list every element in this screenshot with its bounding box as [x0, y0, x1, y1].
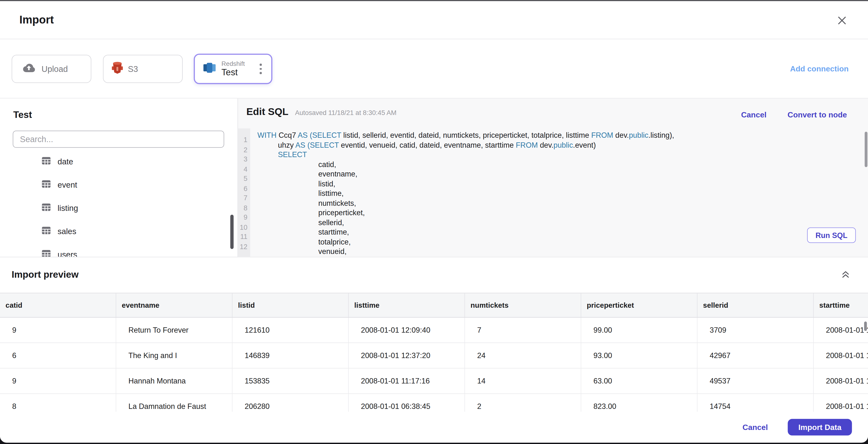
close-button[interactable]: [837, 15, 847, 25]
table-item-label: event: [58, 180, 77, 189]
sql-scrollbar-thumb[interactable]: [865, 132, 867, 167]
line-number: 7: [238, 194, 250, 203]
table-cell: 2008-01-01 1: [814, 343, 868, 368]
table-cell: 93.00: [581, 343, 698, 368]
table-item-users[interactable]: users: [0, 243, 238, 257]
table-cell: 49537: [698, 369, 814, 393]
upload-label: Upload: [41, 64, 68, 73]
upload-card[interactable]: Upload: [11, 55, 91, 83]
line-number-gutter: 123456789101112: [238, 128, 250, 257]
table-grid-icon: [41, 203, 51, 213]
schema-title: Test: [13, 110, 32, 121]
table-cell: 121610: [232, 318, 349, 343]
table-item-sales[interactable]: sales: [0, 220, 238, 243]
table-cell: 8: [0, 394, 116, 412]
line-number: 3: [238, 155, 250, 165]
code-line: listtime,: [257, 189, 674, 198]
table-cell: The King and I: [116, 343, 232, 368]
close-icon: [837, 18, 847, 27]
redshift-icon: [203, 61, 217, 77]
table-cell: 153835: [232, 369, 349, 393]
column-header-listid: listid: [232, 293, 349, 317]
table-cell: 99.00: [581, 318, 698, 343]
table-cell: 63.00: [581, 369, 698, 393]
table-cell: 206280: [232, 394, 349, 412]
search-input[interactable]: [13, 130, 224, 148]
table-cell: 823.00: [581, 394, 698, 412]
page-title: Import: [20, 13, 54, 26]
code-line: listid,: [257, 179, 674, 189]
table-grid-icon: [41, 249, 51, 257]
column-header-starttime: starttime: [814, 293, 868, 317]
line-number: 9: [238, 213, 250, 223]
preview-table-header: catideventnamelistidlisttimenumticketspr…: [0, 293, 868, 318]
add-connection-link[interactable]: Add connection: [790, 64, 848, 73]
connection-menu-button[interactable]: [257, 62, 264, 76]
autosave-status: Autosaved 11/18/21 at 8:30:45 AM: [295, 109, 397, 117]
line-number: 2: [238, 145, 250, 155]
connections-row: Upload S3: [0, 39, 868, 98]
table-cell: La Damnation de Faust: [116, 394, 232, 412]
table-cell: 7: [465, 318, 581, 343]
sql-code[interactable]: WITH Ccq7 AS (SELECT listid, sellerid, e…: [250, 128, 674, 257]
import-preview-title: Import preview: [11, 269, 79, 281]
sql-editor[interactable]: 123456789101112 WITH Ccq7 AS (SELECT lis…: [238, 128, 868, 257]
sidebar-scrollbar-thumb[interactable]: [230, 215, 234, 249]
s3-card[interactable]: S3: [103, 55, 183, 83]
table-cell: 42967: [698, 343, 814, 368]
table-cell: 6: [0, 343, 116, 368]
code-line: uhzy AS (SELECT eventid, venueid, catid,…: [257, 140, 674, 150]
line-number: 4: [238, 165, 250, 174]
connection-name: Test: [221, 68, 245, 78]
import-data-button[interactable]: Import Data: [788, 419, 852, 436]
modal-footer: Cancel Import Data: [0, 412, 868, 443]
table-cell: 2008-01-01 12:37:20: [349, 343, 465, 368]
connection-type-label: Redshift: [221, 60, 245, 67]
table-cell: Return To Forever: [116, 318, 232, 343]
redshift-connection-card[interactable]: Redshift Test: [194, 54, 273, 84]
table-item-event[interactable]: event: [0, 173, 238, 196]
table-row: 9Hannah Montana1538352008-01-01 11:17:16…: [0, 369, 868, 394]
table-cell: 146839: [232, 343, 349, 368]
schema-sidebar: Test dateeventlistingsalesusers: [0, 98, 238, 257]
line-number: 10: [238, 223, 250, 232]
edit-sql-title: Edit SQL: [246, 106, 288, 118]
table-row: 6The King and I1468392008-01-01 12:37:20…: [0, 343, 868, 369]
table-item-label: date: [58, 157, 73, 166]
column-header-priceperticket: priceperticket: [581, 293, 698, 317]
modal-header: Import: [0, 1, 868, 39]
table-cell: 2008-01-01 06:38:45: [349, 394, 465, 412]
code-line: starttime,: [257, 227, 674, 237]
double-chevron-up-icon: [841, 271, 849, 280]
table-cell: Hannah Montana: [116, 369, 232, 393]
code-line: venueid,: [257, 247, 674, 256]
cancel-button[interactable]: Cancel: [743, 423, 768, 432]
table-item-label: listing: [58, 203, 78, 213]
line-number: 1: [238, 135, 250, 145]
import-modal: Import Upload: [0, 1, 868, 443]
table-grid-icon: [41, 180, 51, 190]
table-cell: 9: [0, 318, 116, 343]
column-header-eventname: eventname: [116, 293, 232, 317]
table-cell: 2008-01-01 11:17:16: [349, 369, 465, 393]
table-cell: 24: [465, 343, 581, 368]
sql-panel: Edit SQL Autosaved 11/18/21 at 8:30:45 A…: [238, 98, 868, 257]
code-line: sellerid,: [257, 218, 674, 227]
table-item-label: sales: [58, 227, 76, 236]
table-grid-icon: [41, 226, 51, 236]
table-item-listing[interactable]: listing: [0, 196, 238, 220]
collapse-preview-button[interactable]: [841, 271, 849, 278]
s3-label: S3: [128, 64, 138, 73]
code-line: eventname,: [257, 169, 674, 179]
line-number: 5: [238, 174, 250, 184]
code-line: WITH Ccq7 AS (SELECT listid, sellerid, e…: [257, 130, 674, 140]
convert-to-node-link[interactable]: Convert to node: [787, 110, 847, 119]
table-scrollbar-thumb[interactable]: [864, 321, 867, 331]
table-cell: 14: [465, 369, 581, 393]
redshift-card-text: Redshift Test: [221, 60, 245, 77]
run-sql-button[interactable]: Run SQL: [807, 227, 856, 243]
sql-cancel-link[interactable]: Cancel: [741, 110, 767, 119]
column-header-sellerid: sellerid: [698, 293, 814, 317]
line-number: 12: [238, 242, 250, 252]
table-item-date[interactable]: date: [0, 150, 238, 173]
